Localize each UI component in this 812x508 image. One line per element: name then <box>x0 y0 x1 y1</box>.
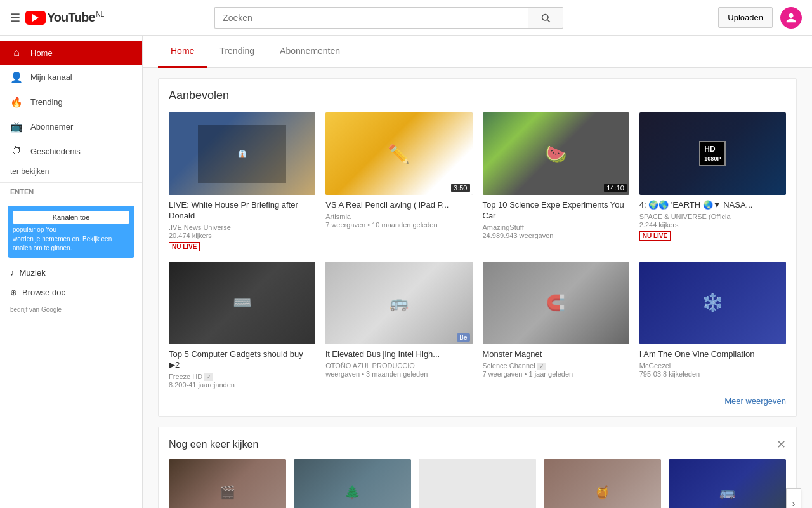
nog-card-n5[interactable]: 🚌 Elevated Bus That Drives Above Traffic… <box>669 459 786 508</box>
video-card-v1[interactable]: 👔 LIVE: White House Pr Briefing after Do… <box>169 112 315 251</box>
video-title-v7: Monster Magnet <box>483 349 629 360</box>
meta-v6: weergaven • 3 maanden geleden <box>325 370 472 378</box>
nog-thumb-n2: 🌲 8:20 <box>294 459 411 508</box>
svg-point-0 <box>542 14 548 20</box>
sidebar: ⌂ Home 👤 Mijn kanaal 🔥 Trending 📺 Abonne… <box>0 36 143 508</box>
video-thumb-v6: 🚌 Be <box>325 262 472 344</box>
video-thumb-v7: 🧲 <box>483 262 629 344</box>
channel-v5: Freeze HD ✓ <box>169 373 315 380</box>
video-info-v3: Top 10 Science Expe Experiments You Car … <box>483 200 629 239</box>
video-title-v3: Top 10 Science Expe Experiments You Car <box>483 200 629 222</box>
sidebar-item-home-label: Home <box>30 48 53 58</box>
channel-v1: .IVE News Universe <box>169 224 315 231</box>
hamburger-icon[interactable]: ☰ <box>10 11 20 25</box>
video-thumb-v5: ⌨️ <box>169 262 315 344</box>
nog-card-n1[interactable]: 🎬 Vlog #136 Miggey Durieux 31 weergavenm… <box>169 459 286 508</box>
header-right: Uploaden <box>718 7 802 29</box>
video-card-v7[interactable]: 🧲 Monster Magnet Science Channel ✓ 7 wee… <box>483 262 629 389</box>
tab-abonnementen[interactable]: Abonnementen <box>267 36 353 68</box>
nog-card-n4[interactable]: 🍯 De Zorgimkerij van P 911 weergaven • 2… <box>544 459 661 508</box>
channel-v2: Artismia <box>325 213 472 220</box>
sidebar-watch-later: ter bekijken <box>0 163 142 180</box>
video-title-v4: 4: 🌍🌎 'EARTH 🌏▼ NASA... <box>639 200 786 211</box>
yt-text: YouTube <box>47 10 95 25</box>
sidebar-item-home[interactable]: ⌂ Home <box>0 41 142 65</box>
video-card-v8[interactable]: ❄️ I Am The One Vine Compilation McGeeze… <box>639 262 786 389</box>
meta-v8: 795-03 8 kijkeleden <box>639 370 786 378</box>
channel-v3: AmazingStuff <box>483 224 629 231</box>
trending-icon: 🔥 <box>10 96 23 108</box>
sidebar-kanalen-text: worden je hememen en. Bekijk een analen … <box>13 235 129 253</box>
sidebar-item-subscriptions-label: Abonnemer <box>30 122 73 131</box>
nog-card-n3[interactable]: r zijn in zorg 2 jaar geleden <box>419 459 536 508</box>
search-area <box>214 7 563 29</box>
video-info-v6: it Elevated Bus jing Intel High... OTOÑO… <box>325 349 472 378</box>
layout: ⌂ Home 👤 Mijn kanaal 🔥 Trending 📺 Abonne… <box>0 36 812 508</box>
nog-thumb-n5: 🚌 <box>669 459 786 508</box>
nog-thumb-n1: 🎬 <box>169 459 286 508</box>
yt-country: NL <box>96 11 105 18</box>
sidebar-item-trending[interactable]: 🔥 Trending <box>0 90 142 114</box>
meer-weergeven-link[interactable]: Meer weergeven <box>724 396 786 406</box>
sidebar-item-history[interactable]: ⏱ Geschiedenis <box>0 139 142 163</box>
video-title-v2: VS A Real Pencil awing ( iPad P... <box>325 200 472 211</box>
sidebar-muziek-label: Muziek <box>20 268 46 277</box>
video-thumb-v8: ❄️ <box>639 262 786 344</box>
youtube-logo[interactable]: YouTube NL <box>25 10 104 25</box>
aanbevolen-grid: 👔 LIVE: White House Pr Briefing after Do… <box>169 112 786 389</box>
live-badge-v1: NU LIVE <box>169 242 200 251</box>
sidebar-kanalen-box: Kanalen toe populair op You worden je he… <box>8 206 134 258</box>
content-area: Aanbevolen 👔 LIVE: White House P <box>143 68 812 508</box>
header: ☰ YouTube NL Uploaden <box>0 0 812 36</box>
meta-v5: 8.200-41 jaarejanden <box>169 381 315 389</box>
meta-v3: 24.989.943 weergaven <box>483 232 629 239</box>
aanbevolen-section: Aanbevolen 👔 LIVE: White House P <box>158 78 797 417</box>
main-tabs: Home Trending Abonnementen <box>143 36 812 68</box>
duration-v3: 14:10 <box>604 184 627 192</box>
nog-thumb-n4: 🍯 <box>544 459 661 508</box>
nog-keer-section: Nog een keer kijken ✕ 🎬 Vlog #136 M <box>158 427 797 508</box>
video-card-v3[interactable]: 🍉 14:10 Top 10 Science Expe Experiments … <box>483 112 629 251</box>
nog-close-button[interactable]: ✕ <box>776 438 786 451</box>
tv-icon: 📺 <box>10 121 23 133</box>
sidebar-item-subscriptions[interactable]: 📺 Abonnemer <box>0 114 142 139</box>
live-badge-v4: NU LIVE <box>639 231 671 241</box>
search-input[interactable] <box>214 7 528 29</box>
nog-grid: 🎬 Vlog #136 Miggey Durieux 31 weergavenm… <box>169 459 786 508</box>
channel-v6: OTOÑO AZUL PRODUCCIO <box>325 362 472 370</box>
sidebar-browse-doc[interactable]: ⊕ Browse doc <box>0 283 142 302</box>
video-card-v2[interactable]: ✏️ 3:50 VS A Real Pencil awing ( iPad P.… <box>325 112 472 251</box>
aanbevolen-title: Aanbevolen <box>169 89 786 102</box>
tab-trending[interactable]: Trending <box>207 36 267 68</box>
home-icon: ⌂ <box>10 47 23 58</box>
search-button[interactable] <box>528 7 563 29</box>
sidebar-item-muziek[interactable]: ♪ Muziek <box>0 263 142 283</box>
google-ad-text: bedrijf van Google <box>0 302 142 317</box>
video-card-v4[interactable]: HD1080P 4: 🌍🌎 'EARTH 🌏▼ NASA... SPACE & … <box>639 112 786 251</box>
video-thumb-v3: 🍉 14:10 <box>483 112 629 195</box>
channel-v8: McGeezel <box>639 362 786 370</box>
tab-home[interactable]: Home <box>158 36 207 68</box>
avatar[interactable] <box>780 7 802 29</box>
channel-v4: SPACE & UNIVERSE (Officia <box>639 213 786 220</box>
history-icon: ⏱ <box>10 145 23 157</box>
browse-doc-label: Browse doc <box>22 288 65 297</box>
meta-v1: 20.474 kijkers <box>169 232 315 239</box>
video-title-v6: it Elevated Bus jing Intel High... <box>325 349 472 360</box>
video-card-v6[interactable]: 🚌 Be it Elevated Bus jing Intel High... … <box>325 262 472 389</box>
music-icon: ♪ <box>10 268 15 277</box>
video-card-v5[interactable]: ⌨️ Top 5 Computer Gadgets should buy ▶2 … <box>169 262 315 389</box>
nog-next-button[interactable]: › <box>786 488 801 508</box>
sidebar-item-my-channel[interactable]: 👤 Mijn kanaal <box>0 65 142 90</box>
upload-button[interactable]: Uploaden <box>718 7 773 28</box>
nog-thumb-n3 <box>419 459 536 508</box>
add-icon: ⊕ <box>10 288 17 297</box>
nog-card-n2[interactable]: 🌲 8:20 prachtig dagje Miggey Durieux 89 … <box>294 459 411 508</box>
kanalen-button[interactable]: Kanalen toe <box>13 211 129 224</box>
video-info-v7: Monster Magnet Science Channel ✓ 7 weerg… <box>483 349 629 378</box>
video-info-v1: LIVE: White House Pr Briefing after Dona… <box>169 200 315 251</box>
duration-v2: 3:50 <box>451 184 469 192</box>
video-title-v5: Top 5 Computer Gadgets should buy ▶2 <box>169 349 315 371</box>
sidebar-populair: populair op You <box>13 226 129 233</box>
channel-v7: Science Channel ✓ <box>483 362 629 370</box>
